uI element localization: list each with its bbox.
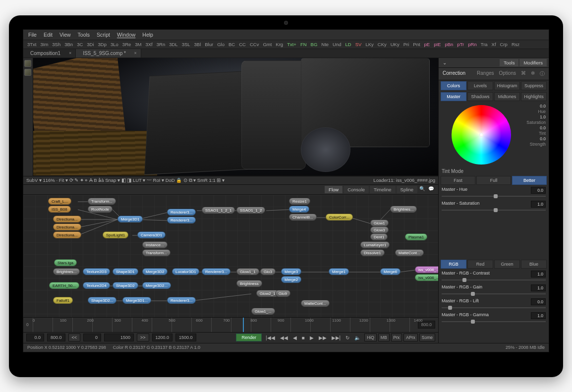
mode-hiq[interactable]: HiQ [364, 334, 377, 341]
timeline-ticks[interactable]: 0100200300400500600700800900100011001200… [33, 318, 414, 332]
chan-blue[interactable]: Blue [521, 260, 547, 269]
menu-file[interactable]: File [28, 32, 37, 38]
tool-Blur[interactable]: Blur [205, 42, 213, 47]
timeline-ruler[interactable]: 0 01002003004005006007008009001000110012… [23, 317, 438, 332]
flowtab-timeline[interactable]: Timeline [370, 186, 396, 193]
node[interactable]: Shape3D1 [113, 268, 138, 275]
global-out[interactable]: 1500 [104, 334, 134, 341]
inspector-tabs[interactable]: ⌄ ToolsModifiers [439, 58, 549, 68]
rewind-icon[interactable]: ◀◀ [279, 335, 289, 340]
tool-3DL[interactable]: 3DL [169, 42, 177, 47]
render-button[interactable]: Render [236, 334, 262, 341]
node[interactable]: Transform... [88, 198, 116, 205]
node[interactable]: ChannelB... [289, 214, 317, 221]
node[interactable]: SSAO1_1_2 [236, 207, 265, 214]
node[interactable]: Locator3D1 [172, 268, 199, 275]
node[interactable]: Brightnes... [53, 268, 80, 275]
node[interactable]: Renderer3... [167, 217, 196, 224]
node[interactable]: Merge3D2 [142, 268, 168, 275]
node[interactable]: Merge4 [289, 206, 309, 213]
section-correction[interactable]: Correction [441, 69, 474, 79]
sub2-suppress[interactable]: Suppress [521, 81, 547, 90]
tool-3Dp[interactable]: 3Dp [98, 42, 107, 47]
tool-pBn[interactable]: pBn [445, 42, 453, 47]
node[interactable]: Merge3 [281, 268, 301, 275]
chan-green[interactable]: Green [494, 260, 520, 269]
node[interactable]: Glow1 [370, 220, 389, 226]
tool-3Xf[interactable]: 3Xf [146, 42, 153, 47]
tool-3Txt[interactable]: 3Txt [27, 42, 36, 47]
sub3-midtones[interactable]: Midtones [494, 92, 520, 101]
color-wheel[interactable]: M [452, 105, 511, 165]
node[interactable]: Renderer3... [167, 297, 196, 304]
go-end-icon[interactable]: ▶▶| [331, 335, 342, 340]
tool-3M[interactable]: 3M [135, 42, 141, 47]
doc-tab[interactable]: Composition1× [23, 49, 76, 57]
node[interactable]: Shape3D2 [113, 282, 138, 289]
node[interactable]: Dissolve1 [360, 249, 385, 256]
node[interactable]: Merge2 [281, 276, 301, 283]
node[interactable]: Merge1 [329, 268, 349, 275]
node[interactable]: Directiona... [53, 216, 81, 223]
node[interactable]: MatteCont... [395, 249, 424, 256]
node[interactable]: Resize1 [289, 198, 310, 205]
node[interactable]: Craft_L... [48, 198, 71, 205]
node[interactable]: Glow3 [370, 226, 389, 233]
script-icon[interactable]: ⌘ [519, 69, 528, 79]
tool-Gmt[interactable]: Gmt [263, 42, 272, 47]
document-tabs[interactable]: Composition1×ISS_5_9SG.comp *× [23, 49, 549, 58]
tool-Pri[interactable]: Pri [403, 42, 409, 47]
info-icon[interactable]: ⓘ [538, 69, 547, 79]
flow-panel-tabs[interactable]: FlowConsoleTimelineSpline🔍💬 [23, 185, 438, 195]
flowtab-console[interactable]: Console [343, 186, 369, 193]
loop-icon[interactable]: ↻ [344, 335, 350, 340]
tool-pE[interactable]: pE [424, 42, 430, 47]
tool-Rsz[interactable]: Rsz [512, 42, 519, 47]
mode-prx[interactable]: Prx [391, 334, 402, 341]
node[interactable]: SpotLight1 [103, 231, 128, 238]
step-next-icon[interactable]: ▶▶ [318, 335, 328, 340]
expand-toggle[interactable]: ⌄ [441, 59, 499, 66]
range-out[interactable]: 800.0 [47, 334, 65, 341]
node[interactable]: iss_v006_... [415, 266, 438, 273]
node[interactable]: Merge3D1 [117, 216, 143, 223]
range-in[interactable]: 0.0 [26, 334, 44, 341]
node[interactable]: SSAO1_1_2_1 [202, 207, 235, 214]
node[interactable]: RootNode [88, 206, 113, 213]
close-icon[interactable]: × [69, 51, 71, 56]
menu-tools[interactable]: Tools [78, 32, 90, 38]
tool-Xf[interactable]: Xf [492, 42, 496, 47]
view-cube-icon[interactable] [24, 69, 31, 76]
node[interactable]: Directiona... [53, 231, 81, 238]
close-icon[interactable]: × [134, 51, 137, 56]
go-start-icon[interactable]: |◀◀ [265, 335, 276, 340]
tool-3Re[interactable]: 3Re [122, 42, 131, 47]
tool-LD[interactable]: LD [345, 42, 351, 47]
node[interactable]: Glow1_... [251, 308, 275, 315]
param-master - rgb - contrast[interactable]: Master - RGB - Contrast1.0 [442, 271, 546, 283]
param-master - rgb - lift[interactable]: Master - RGB - Lift0.0 [442, 298, 546, 311]
global-in[interactable]: 0 [83, 334, 101, 341]
gear-icon[interactable]: ✲ [529, 69, 537, 79]
menu-help[interactable]: Help [142, 32, 153, 38]
node[interactable]: LumaKeyer1 [360, 241, 390, 248]
param-master - rgb - gain[interactable]: Master - RGB - Gain1.0 [442, 284, 546, 297]
tool-CKy[interactable]: CKy [378, 42, 387, 47]
tool-Krg[interactable]: Krg [276, 42, 283, 47]
tool-Und[interactable]: Und [333, 42, 341, 47]
rgb-sliders[interactable]: Master - RGB - Contrast1.0Master - RGB -… [439, 270, 549, 343]
frame-a[interactable]: 1200.0 [152, 334, 173, 341]
node[interactable]: Renderer3... [167, 209, 196, 216]
param-master - hue[interactable]: Master - Hue0.0 [442, 187, 546, 200]
step-fwd[interactable]: >> [137, 334, 149, 341]
step-prev-icon[interactable]: ◀ [292, 335, 298, 340]
tool-3Im[interactable]: 3Im [40, 42, 48, 47]
node[interactable]: Merge3D2... [142, 282, 171, 289]
tool-Crp[interactable]: Crp [500, 42, 508, 47]
tool-Pnt[interactable]: Pnt [413, 42, 420, 47]
chan-rgb[interactable]: RGB [441, 260, 466, 269]
frame-b[interactable]: 1500.0 [175, 334, 196, 341]
tool-3Sh[interactable]: 3Sh [52, 42, 60, 47]
node[interactable]: EARTH_50... [49, 282, 79, 289]
chan-red[interactable]: Red [467, 260, 493, 269]
